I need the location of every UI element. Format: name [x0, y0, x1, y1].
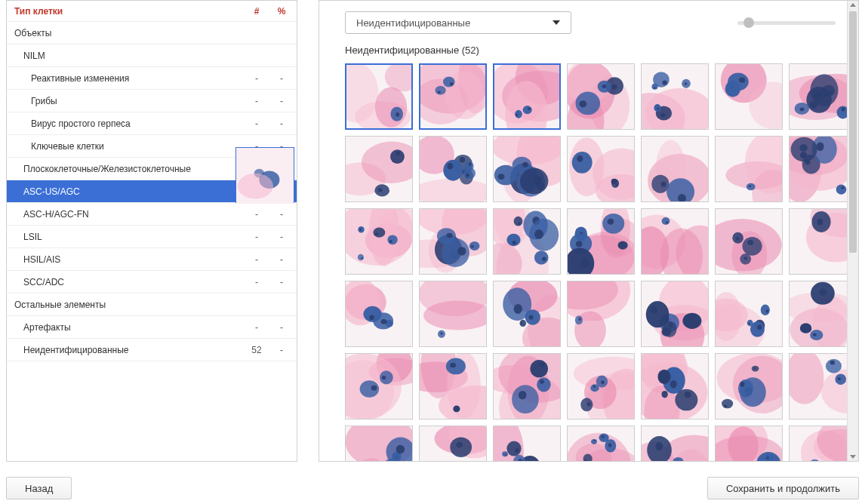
cell-thumbnail[interactable] — [345, 136, 413, 202]
cell-thumbnail[interactable] — [567, 136, 635, 202]
cell-thumbnail[interactable] — [345, 63, 413, 130]
svg-point-35 — [602, 85, 606, 88]
cell-thumbnail[interactable] — [419, 353, 487, 419]
svg-point-273 — [749, 323, 750, 325]
filter-dropdown[interactable]: Неидентифицированные — [345, 11, 571, 34]
tree-row[interactable]: Объекты — [7, 22, 297, 45]
cell-thumbnail[interactable] — [419, 281, 487, 347]
svg-point-77 — [420, 179, 486, 201]
scroll-down-icon — [850, 455, 856, 459]
cell-thumbnail[interactable] — [567, 63, 635, 130]
cell-thumbnail[interactable] — [641, 136, 709, 202]
cell-thumbnail[interactable] — [345, 353, 413, 419]
svg-point-55 — [739, 77, 745, 82]
tree-row[interactable]: ASC-US/AGC-- — [7, 180, 297, 203]
cell-thumbnail[interactable] — [789, 426, 851, 461]
tree-row[interactable]: Неидентифицированные52- — [7, 339, 297, 361]
cell-thumbnail[interactable] — [567, 353, 635, 419]
svg-point-14 — [443, 77, 455, 88]
back-button[interactable]: Назад — [6, 477, 72, 499]
tree-row-label: Реактивные изменения — [7, 73, 241, 84]
svg-point-372 — [456, 442, 463, 448]
tree-row-label: SCC/ADC — [7, 277, 241, 287]
zoom-slider[interactable] — [737, 21, 836, 25]
svg-point-217 — [817, 219, 823, 225]
svg-point-278 — [800, 323, 812, 333]
cell-thumbnail[interactable] — [567, 281, 635, 347]
header-percent: % — [272, 6, 297, 17]
cell-thumbnail[interactable] — [641, 426, 709, 461]
svg-point-271 — [766, 309, 769, 312]
cell-thumbnail[interactable] — [419, 63, 487, 130]
cell-thumbnail[interactable] — [567, 208, 635, 275]
tree-row[interactable]: Грибы-- — [7, 90, 297, 112]
svg-point-237 — [528, 315, 533, 319]
cell-thumbnail[interactable] — [345, 208, 413, 275]
svg-point-291 — [380, 370, 393, 384]
cell-thumbnail[interactable] — [715, 63, 783, 130]
cell-thumbnail[interactable] — [641, 63, 709, 130]
tree-row-count: - — [241, 277, 272, 287]
tree-row[interactable]: LSIL-- — [7, 226, 297, 248]
cell-thumbnail[interactable] — [419, 426, 487, 461]
cell-thumbnail[interactable] — [419, 208, 487, 275]
svg-point-397 — [608, 443, 612, 447]
tree-row-percent: - — [272, 118, 297, 129]
svg-point-336 — [685, 392, 691, 398]
cell-thumbnail[interactable] — [715, 426, 783, 461]
svg-point-190 — [608, 219, 614, 225]
cell-thumbnail[interactable] — [641, 353, 709, 419]
tree-row-count: - — [241, 232, 272, 242]
cell-thumbnail[interactable] — [493, 353, 561, 419]
svg-point-352 — [838, 377, 841, 380]
tree-row-percent: - — [272, 345, 297, 355]
cell-thumbnail[interactable] — [567, 426, 635, 461]
tree-row[interactable]: Плоскоклеточные/Железистоклеточные — [7, 158, 297, 180]
svg-point-346 — [738, 380, 753, 398]
slider-thumb[interactable] — [743, 17, 754, 28]
svg-point-312 — [540, 362, 545, 367]
svg-point-381 — [515, 448, 519, 453]
svg-point-110 — [615, 183, 617, 186]
cell-thumbnail[interactable] — [493, 281, 561, 347]
svg-point-354 — [830, 361, 835, 365]
tree-row-label: Ключевые клетки — [7, 141, 241, 152]
tree-row[interactable]: HSIL/AIS-- — [7, 248, 297, 271]
cell-thumbnail[interactable] — [715, 353, 783, 419]
tree-row[interactable]: Вирус простого герпеса-- — [7, 112, 297, 135]
cell-thumbnail[interactable] — [493, 208, 561, 275]
scrollbar[interactable] — [847, 1, 858, 461]
svg-point-340 — [722, 399, 733, 409]
tree-row[interactable]: Остальные элементы — [7, 293, 297, 316]
tree-row[interactable]: Ключевые клетки-- — [7, 135, 297, 158]
cell-thumbnail[interactable] — [641, 208, 709, 275]
cell-thumbnail[interactable] — [641, 281, 709, 347]
cell-thumbnail[interactable] — [715, 208, 783, 275]
cell-thumbnail[interactable] — [789, 208, 851, 275]
tree-row[interactable]: NILM — [7, 45, 297, 67]
svg-point-319 — [587, 402, 591, 406]
cell-thumbnail[interactable] — [789, 281, 851, 347]
svg-point-86 — [448, 163, 454, 169]
tree-row[interactable]: Реактивные изменения-- — [7, 67, 297, 90]
cell-thumbnail[interactable] — [715, 281, 783, 347]
save-continue-button[interactable]: Сохранить и продолжить — [707, 477, 859, 499]
cell-thumbnail[interactable] — [345, 426, 413, 461]
cell-thumbnail[interactable] — [493, 136, 561, 202]
cell-thumbnail[interactable] — [493, 63, 561, 130]
cell-thumbnail[interactable] — [345, 281, 413, 347]
tree-row[interactable]: Артефакты-- — [7, 316, 297, 339]
classification-panel: Тип клетки # % ОбъектыNILMРеактивные изм… — [6, 0, 297, 462]
cell-thumbnail[interactable] — [789, 63, 851, 130]
cell-thumbnail[interactable] — [715, 136, 783, 202]
svg-point-318 — [580, 398, 593, 411]
svg-point-301 — [450, 363, 456, 368]
cell-thumbnail[interactable] — [789, 353, 851, 419]
cell-thumbnail[interactable] — [419, 136, 487, 202]
cell-thumbnail[interactable] — [789, 136, 851, 202]
cell-thumbnail[interactable] — [493, 426, 561, 461]
tree-row[interactable]: ASC-H/AGC-FN-- — [7, 203, 297, 226]
scroll-handle[interactable] — [849, 11, 857, 253]
svg-point-165 — [437, 228, 456, 244]
tree-row[interactable]: SCC/ADC-- — [7, 271, 297, 293]
